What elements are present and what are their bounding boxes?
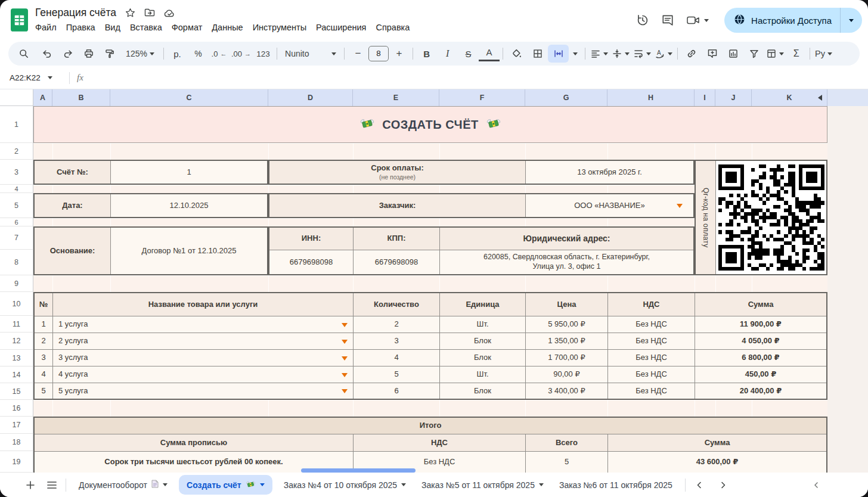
row-header[interactable]: 17	[0, 417, 33, 434]
zoom-select[interactable]: 125%	[120, 45, 160, 63]
cell-inwords-label[interactable]: Сумма прописью	[35, 434, 353, 451]
customer-dropdown-icon[interactable]	[677, 204, 683, 208]
cell-sum-value[interactable]: 43 600,00 ₽	[607, 451, 826, 473]
item-dropdown-icon[interactable]	[342, 356, 348, 361]
item-sum[interactable]: 11 900,00 ₽	[695, 316, 826, 333]
row-header[interactable]: 6	[0, 218, 33, 226]
item-num[interactable]: 5	[35, 383, 52, 399]
row-header[interactable]: 2	[0, 143, 33, 160]
item-sum[interactable]: 4 050,00 ₽	[695, 333, 826, 349]
hidden-columns-icon[interactable]	[818, 95, 822, 101]
item-name[interactable]: 1 услуга	[52, 316, 353, 333]
percent-format-button[interactable]: %	[188, 45, 209, 63]
item-price[interactable]: 1 700,00 ₽	[525, 349, 607, 366]
cell-basis-value[interactable]: Договор №1 от 12.10.2025	[110, 228, 267, 274]
cell-invoice-no-label[interactable]: Счёт №:	[35, 161, 110, 184]
items-header-name[interactable]: Название товара или услуги	[52, 293, 353, 316]
items-header-unit[interactable]: Единица	[439, 293, 525, 316]
cell-qr-label[interactable]: Qr-код на оплату	[696, 161, 715, 274]
row-header[interactable]: 9	[0, 275, 33, 292]
col-header-e[interactable]: E	[353, 89, 439, 106]
version-history-icon[interactable]	[636, 14, 649, 27]
menu-view[interactable]: Вид	[100, 21, 125, 34]
cell-basis-label[interactable]: Основание:	[35, 228, 110, 274]
redo-button[interactable]	[57, 45, 78, 63]
item-vat[interactable]: Без НДС	[607, 316, 695, 333]
cell-customer-label[interactable]: Заказчик:	[269, 194, 525, 217]
row-header[interactable]: 11	[0, 316, 33, 333]
cell-kpp-label[interactable]: КПП:	[353, 228, 439, 250]
item-num[interactable]: 3	[35, 349, 52, 366]
next-sheets-button[interactable]	[714, 476, 732, 494]
horizontal-scrollbar[interactable]	[301, 468, 416, 473]
menu-extensions[interactable]: Расширения	[311, 21, 371, 34]
decrease-font-size-button[interactable]: −	[348, 45, 368, 63]
video-call-caret-icon[interactable]	[704, 19, 709, 22]
item-unit[interactable]: Блок	[439, 333, 525, 349]
currency-format-button[interactable]: р.	[167, 45, 188, 63]
horizontal-align-button[interactable]	[588, 45, 610, 63]
tab-zakaz-4[interactable]: Заказ №4 от 10 откября 2025	[276, 473, 414, 497]
increase-decimal-button[interactable]: .00→	[230, 45, 253, 63]
menu-tools[interactable]: Инструменты	[248, 21, 311, 34]
menu-data[interactable]: Данные	[207, 21, 247, 34]
cell-date-label[interactable]: Дата:	[35, 194, 110, 217]
search-button[interactable]	[13, 45, 34, 63]
items-header-vat[interactable]: НДС	[607, 293, 695, 316]
item-name[interactable]: 2 услуга	[52, 333, 353, 349]
item-sum[interactable]: 450,00 ₽	[695, 366, 826, 383]
col-header-g[interactable]: G	[525, 89, 607, 106]
cell-address-label[interactable]: Юридический адрес:	[439, 228, 693, 250]
item-unit[interactable]: Шт.	[439, 366, 525, 383]
all-sheets-button[interactable]	[43, 476, 61, 494]
cell-kpp-value[interactable]: 6679698098	[353, 250, 439, 274]
item-dropdown-icon[interactable]	[342, 389, 348, 393]
row-header[interactable]: 18	[0, 434, 33, 451]
insert-link-button[interactable]	[681, 45, 702, 63]
tab-sozdat-schet[interactable]: Создать счёт	[179, 475, 272, 495]
paint-format-button[interactable]	[99, 45, 120, 63]
row-header[interactable]: 12	[0, 333, 33, 350]
item-price[interactable]: 5 950,00 ₽	[525, 316, 607, 333]
undo-button[interactable]	[36, 45, 57, 63]
cell-address-value[interactable]: 620085, Свердловская область, г. Екатери…	[439, 250, 693, 274]
item-dropdown-icon[interactable]	[342, 323, 348, 327]
item-vat[interactable]: Без НДС	[607, 349, 695, 366]
tab-zakaz-5[interactable]: Заказ №5 от 11 октября 2025	[414, 473, 551, 497]
cell-invoice-no-value[interactable]: 1	[110, 161, 267, 184]
col-header-k[interactable]: K	[752, 89, 827, 106]
cell-vat-label[interactable]: НДС	[353, 434, 525, 451]
item-qty[interactable]: 5	[353, 366, 439, 383]
document-title[interactable]: Генерация счёта	[35, 7, 116, 19]
item-num[interactable]: 1	[35, 316, 52, 333]
increase-font-size-button[interactable]: +	[389, 45, 410, 63]
text-wrap-button[interactable]	[631, 45, 653, 63]
cell-count-label[interactable]: Всего	[525, 434, 607, 451]
item-vat[interactable]: Без НДС	[607, 383, 695, 399]
cell-totals-banner[interactable]: Итого	[35, 418, 826, 434]
col-header-j[interactable]: J	[715, 89, 752, 106]
strikethrough-button[interactable]: S	[458, 45, 479, 63]
decrease-decimal-button[interactable]: .0←	[209, 45, 230, 63]
item-price[interactable]: 3 400,00 ₽	[525, 383, 607, 399]
row-header[interactable]: 7	[0, 226, 33, 250]
menu-format[interactable]: Формат	[167, 21, 207, 34]
cloud-saved-icon[interactable]	[164, 8, 175, 17]
menu-help[interactable]: Справка	[371, 21, 414, 34]
tab-zakaz-6[interactable]: Заказ №6 от 11 октября 2025	[551, 473, 680, 497]
item-name[interactable]: 4 услуга	[52, 366, 353, 383]
font-select[interactable]: Nunito	[280, 45, 341, 63]
row-header[interactable]: 13	[0, 350, 33, 366]
row-header[interactable]: 16	[0, 400, 33, 417]
item-qty[interactable]: 6	[353, 383, 439, 399]
font-size-input[interactable]: 8	[368, 46, 389, 61]
item-sum[interactable]: 20 400,00 ₽	[695, 383, 826, 399]
vertical-align-button[interactable]	[610, 45, 631, 63]
filter-button[interactable]	[743, 45, 764, 63]
tab-caret-icon[interactable]	[401, 483, 406, 486]
name-box[interactable]: A22:K22	[0, 73, 68, 82]
menu-file[interactable]: Файл	[30, 21, 61, 34]
menu-edit[interactable]: Правка	[61, 21, 100, 34]
video-call-icon[interactable]	[686, 14, 709, 26]
item-name[interactable]: 3 услуга	[52, 349, 353, 366]
